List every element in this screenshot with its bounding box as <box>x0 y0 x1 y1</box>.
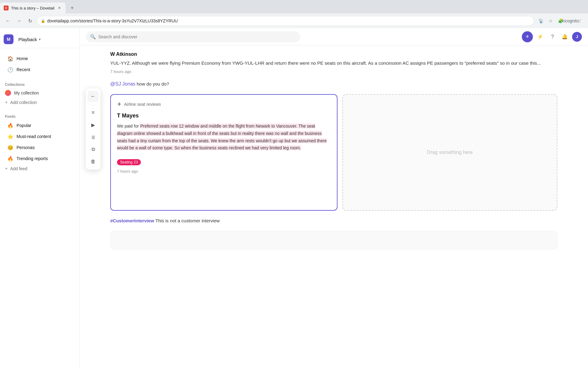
card-body-highlight: Preferred seats row 12 window and middle… <box>117 124 327 150</box>
card-body: We paid for Preferred seats row 12 windo… <box>117 123 331 152</box>
user-avatar[interactable]: J <box>572 32 582 42</box>
add-collection-button[interactable]: + Add collection <box>0 98 79 107</box>
card-body-start: We paid for <box>117 124 140 128</box>
sidebar-item-my-collection[interactable]: My collection <box>0 88 79 98</box>
trending-icon: 🔥 <box>7 155 13 162</box>
add-collection-icon: + <box>5 100 8 105</box>
personas-icon: 😊 <box>7 144 13 151</box>
collections-section: Collections My collection + Add collecti… <box>0 78 79 109</box>
search-input[interactable] <box>98 34 296 39</box>
feeds-section-title: Feeds <box>0 112 79 120</box>
toolbar-back-button[interactable]: ← <box>88 91 99 102</box>
copy-icon: ⧉ <box>92 147 95 152</box>
add-feed-button[interactable]: + Add feed <box>0 164 79 173</box>
feeds-section: Feeds 🔥 Popular ⭐ Must-read content 😊 Pe… <box>0 109 79 176</box>
help-icon: ? <box>551 34 554 40</box>
card-tag-wrapper: Seating 23 <box>117 155 331 165</box>
new-tab-button[interactable]: + <box>68 4 77 12</box>
tab-close-button[interactable]: ✕ <box>57 6 62 10</box>
sidebar-item-home[interactable]: 🏠 Home <box>2 53 77 64</box>
help-button[interactable]: ? <box>548 32 557 42</box>
tab-title: This is a story – Dovetail <box>11 6 55 10</box>
delete-icon: 🗑 <box>91 159 96 164</box>
playback-nav-button[interactable]: Playback ▾ <box>16 36 43 43</box>
app-container: M Playback ▾ 🏠 Home 🕐 Recent Collections <box>0 28 588 368</box>
add-feed-label: Add feed <box>10 166 27 171</box>
story-card: ✈ Airline seat reviews T Mayes We paid f… <box>110 94 337 211</box>
format-icon: ≣ <box>91 134 95 140</box>
forward-button[interactable]: → <box>15 17 23 25</box>
browser-chrome: D This is a story – Dovetail ✕ + ← → ↻ 🔒… <box>0 0 588 28</box>
tab-favicon: D <box>4 6 9 10</box>
back-button[interactable]: ← <box>4 17 12 25</box>
url-text: dovetailapp.com/stories/This-is-a-story-… <box>47 18 178 23</box>
toolbar-copy-button[interactable]: ⧉ <box>88 144 99 155</box>
author-timestamp: 7 hours ago <box>110 69 557 74</box>
reload-button[interactable]: ↻ <box>26 17 34 25</box>
floating-toolbar: ← ≡ ▶ ≣ ⧉ 🗑 <box>86 88 100 170</box>
main-nav-section: 🏠 Home 🕐 Recent <box>0 51 79 78</box>
sidebar-item-must-read[interactable]: ⭐ Must-read content <box>2 131 77 142</box>
playback-label: Playback <box>18 37 37 42</box>
recent-icon: 🕐 <box>7 67 13 73</box>
add-collection-label: Add collection <box>10 100 37 105</box>
customer-interview-text: This is not a customer interview <box>154 218 220 223</box>
lightning-button[interactable]: ⚡ <box>535 32 545 42</box>
chevron-down-icon: ▾ <box>39 37 41 41</box>
notification-button[interactable]: 🔔 <box>560 32 570 42</box>
my-collection-icon <box>5 90 11 96</box>
tag-label: Seating <box>120 160 133 164</box>
card-author: T Mayes <box>117 113 331 119</box>
lock-icon: 🔒 <box>41 19 45 23</box>
bookmark-icon[interactable]: ☆ <box>546 17 555 25</box>
author-text: YUL-YYZ. Although we were flying Premium… <box>110 59 557 67</box>
address-bar[interactable]: 🔒 dovetailapp.com/stories/This-is-a-stor… <box>37 16 534 26</box>
customer-interview-tag: #CustomerInterview <box>110 218 154 223</box>
card-tag: Seating 23 <box>117 159 141 165</box>
card-header: ✈ Airline seat reviews <box>117 101 331 108</box>
add-feed-icon: + <box>5 166 8 171</box>
must-read-label: Must-read content <box>17 134 51 139</box>
home-label: Home <box>17 56 28 61</box>
active-tab[interactable]: D This is a story – Dovetail ✕ <box>0 2 66 13</box>
collection-label: Airline seat reviews <box>124 102 161 107</box>
back-icon: ← <box>91 94 96 99</box>
app-logo: M <box>4 34 13 44</box>
sidebar-item-personas[interactable]: 😊 Personas <box>2 142 77 153</box>
collections-section-title: Collections <box>0 80 79 88</box>
sidebar-item-popular[interactable]: 🔥 Popular <box>2 120 77 131</box>
menu-button[interactable]: ⋮ <box>576 17 584 25</box>
app-top-bar: 🔍 + ⚡ ? 🔔 J <box>80 28 588 45</box>
top-bar-actions: + ⚡ ? 🔔 J <box>522 31 582 42</box>
toolbar-format-button[interactable]: ≣ <box>88 132 99 143</box>
sidebar-item-recent[interactable]: 🕐 Recent <box>2 64 77 75</box>
drop-zone[interactable]: Drag something here <box>342 94 557 211</box>
author-name: W Atkinson <box>110 52 557 57</box>
sidebar: M Playback ▾ 🏠 Home 🕐 Recent Collections <box>0 28 80 368</box>
lightning-icon: ⚡ <box>537 34 543 40</box>
sidebar-item-trending[interactable]: 🔥 Trending reports <box>2 153 77 164</box>
media-icon: ▶ <box>91 122 95 128</box>
toolbar-delete-button[interactable]: 🗑 <box>88 156 99 167</box>
toolbar-divider <box>89 105 97 105</box>
personas-label: Personas <box>17 145 35 150</box>
text-icon: ≡ <box>92 110 94 115</box>
browser-toolbar: ← → ↻ 🔒 dovetailapp.com/stories/This-is-… <box>0 13 588 28</box>
home-icon: 🏠 <box>7 56 13 62</box>
tag-count: 23 <box>134 160 138 164</box>
add-content-button[interactable]: + <box>522 31 533 42</box>
popular-label: Popular <box>17 123 31 128</box>
bell-icon: 🔔 <box>562 34 568 40</box>
cast-icon[interactable]: 📡 <box>537 17 545 25</box>
main-scroll[interactable]: ← ≡ ▶ ≣ ⧉ 🗑 <box>80 45 588 368</box>
bottom-card-hint <box>110 231 557 249</box>
tab-bar: D This is a story – Dovetail ✕ + <box>0 0 588 13</box>
author-section: W Atkinson YUL-YYZ. Although we were fly… <box>110 52 557 74</box>
my-collection-label: My collection <box>14 90 39 95</box>
toolbar-text-button[interactable]: ≡ <box>88 107 99 118</box>
drop-hint: Drag something here <box>427 150 473 155</box>
plane-icon: ✈ <box>117 101 122 108</box>
toolbar-media-button[interactable]: ▶ <box>88 119 99 130</box>
card-row: ✈ Airline seat reviews T Mayes We paid f… <box>110 94 557 211</box>
search-bar[interactable]: 🔍 <box>86 31 300 42</box>
